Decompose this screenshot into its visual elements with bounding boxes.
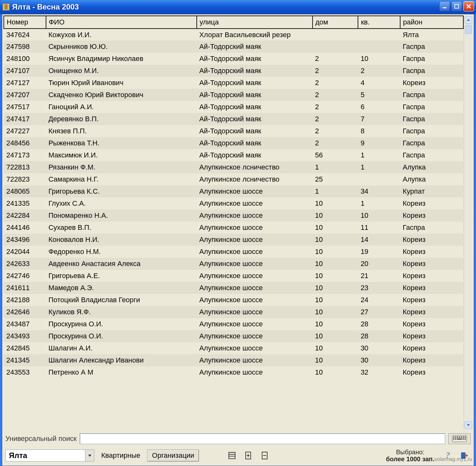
- cell-house[interactable]: 10: [313, 222, 358, 234]
- cell-fio[interactable]: Тюрин Юрий Иванович: [46, 77, 197, 89]
- cell-house[interactable]: 2: [313, 77, 358, 89]
- cell-district[interactable]: Кореиз: [400, 318, 463, 330]
- cell-fio[interactable]: Рязанкин Ф.М.: [46, 161, 197, 173]
- cell-house[interactable]: 2: [313, 113, 358, 125]
- cell-district[interactable]: Гаспра: [400, 101, 463, 113]
- cell-fio[interactable]: Онищенко М.И.: [46, 65, 197, 77]
- cell-district[interactable]: Гаспра: [400, 53, 463, 65]
- cell-fio[interactable]: Петренко А М: [46, 366, 197, 378]
- cell-fio[interactable]: Пономаренко Н.А.: [46, 210, 197, 222]
- cell-house[interactable]: 2: [313, 89, 358, 101]
- table-row[interactable]: 242845Шалагин А.И.Алупкинское шоссе1030К…: [4, 342, 463, 354]
- cell-house[interactable]: 25: [313, 173, 358, 185]
- table-row[interactable]: 247127Тюрин Юрий ИвановичАй-Тодорский ма…: [4, 77, 463, 89]
- table-row[interactable]: 242746Григорьева А.Е.Алупкинское шоссе10…: [4, 270, 463, 282]
- col-number[interactable]: Номер: [4, 16, 46, 29]
- cell-street[interactable]: Алупкинское шоссе: [197, 318, 313, 330]
- cell-apt[interactable]: 5: [358, 89, 400, 101]
- cell-apt[interactable]: [358, 29, 400, 41]
- table-row[interactable]: 244146Сухарев В.П.Алупкинское шоссе1011Г…: [4, 222, 463, 234]
- table-row[interactable]: 247598Скрынников Ю.Ю.Ай-Тодорский маякГа…: [4, 41, 463, 53]
- cell-street[interactable]: Алупкинское шоссе: [197, 234, 313, 246]
- cell-district[interactable]: Кореиз: [400, 306, 463, 318]
- cell-house[interactable]: 1: [313, 161, 358, 173]
- col-district[interactable]: район: [400, 16, 463, 29]
- list-view-button[interactable]: [226, 449, 238, 462]
- cell-street[interactable]: Алупкинское шоссе: [197, 366, 313, 378]
- cell-street[interactable]: Алупкинское шоссе: [197, 330, 313, 342]
- organizacii-button[interactable]: Организации: [147, 449, 199, 462]
- cell-house[interactable]: 10: [313, 342, 358, 354]
- cell-house[interactable]: 10: [313, 270, 358, 282]
- cell-house[interactable]: 10: [313, 306, 358, 318]
- table-row[interactable]: 243496Коновалов Н.И.Алупкинское шоссе101…: [4, 234, 463, 246]
- table-row[interactable]: 243553Петренко А МАлупкинское шоссе1032К…: [4, 366, 463, 378]
- cell-house[interactable]: 10: [313, 366, 358, 378]
- cell-num[interactable]: 242188: [4, 294, 46, 306]
- cell-apt[interactable]: 10: [358, 53, 400, 65]
- cell-fio[interactable]: Самаркина Н.Г.: [46, 173, 197, 185]
- cell-fio[interactable]: Шалагин А.И.: [46, 342, 197, 354]
- cell-num[interactable]: 247598: [4, 41, 46, 53]
- cell-house[interactable]: 56: [313, 149, 358, 161]
- cell-apt[interactable]: 2: [358, 65, 400, 77]
- cell-street[interactable]: Ай-Тодорский маяк: [197, 41, 313, 53]
- exit-button[interactable]: [458, 449, 471, 462]
- cell-fio[interactable]: Ясинчук Владимир Николаев: [46, 53, 197, 65]
- cell-fio[interactable]: Проскурина О.И.: [46, 330, 197, 342]
- cell-apt[interactable]: 23: [358, 282, 400, 294]
- cell-fio[interactable]: Скрынников Ю.Ю.: [46, 41, 197, 53]
- table-row[interactable]: 242188Потоцкий Владислав ГеоргиАлупкинск…: [4, 294, 463, 306]
- cell-house[interactable]: [313, 41, 358, 53]
- cell-street[interactable]: Алупкинское шоссе: [197, 222, 313, 234]
- cell-district[interactable]: Гаспра: [400, 65, 463, 77]
- cell-house[interactable]: [313, 29, 358, 41]
- cell-house[interactable]: 10: [313, 234, 358, 246]
- cell-street[interactable]: Ай-Тодорский маяк: [197, 89, 313, 101]
- cell-apt[interactable]: 1: [358, 161, 400, 173]
- cell-house[interactable]: 10: [313, 197, 358, 210]
- cell-district[interactable]: Алупка: [400, 161, 463, 173]
- city-combobox[interactable]: Ялта: [5, 449, 94, 462]
- cell-district[interactable]: Кореиз: [400, 282, 463, 294]
- onscreen-keyboard-button[interactable]: [448, 433, 471, 444]
- close-button[interactable]: [463, 1, 474, 11]
- cell-street[interactable]: Хлорат Васильевский резер: [197, 29, 313, 41]
- cell-district[interactable]: Гаспра: [400, 89, 463, 101]
- table-row[interactable]: 242633Авдеенко Анастасия АлексаАлупкинск…: [4, 258, 463, 270]
- cell-street[interactable]: Ай-Тодорский маяк: [197, 77, 313, 89]
- table-row[interactable]: 241345Шалагин Александр ИвановиАлупкинск…: [4, 354, 463, 366]
- cell-num[interactable]: 247227: [4, 125, 46, 137]
- table-row[interactable]: 722813Рязанкин Ф.М.Алупкинское лсничеств…: [4, 161, 463, 173]
- cell-house[interactable]: 10: [313, 210, 358, 222]
- cell-district[interactable]: Кореиз: [400, 354, 463, 366]
- cell-fio[interactable]: Сухарев В.П.: [46, 222, 197, 234]
- table-row[interactable]: 248065Григорьева К.С.Алупкинское шоссе13…: [4, 185, 463, 197]
- cell-apt[interactable]: 28: [358, 318, 400, 330]
- cell-num[interactable]: 248100: [4, 53, 46, 65]
- table-row[interactable]: 247207Скадченко Юрий ВикторовичАй-Тодорс…: [4, 89, 463, 101]
- cell-num[interactable]: 247207: [4, 89, 46, 101]
- cell-apt[interactable]: 7: [358, 113, 400, 125]
- table-row[interactable]: 247417Деревянко В.П.Ай-Тодорский маяк27Г…: [4, 113, 463, 125]
- cell-num[interactable]: 242646: [4, 306, 46, 318]
- cell-num[interactable]: 241345: [4, 354, 46, 366]
- kvartirnye-button[interactable]: Квартирные: [98, 449, 143, 462]
- chevron-down-icon[interactable]: [85, 450, 94, 461]
- cell-apt[interactable]: 14: [358, 234, 400, 246]
- cell-apt[interactable]: 24: [358, 294, 400, 306]
- col-street[interactable]: улица: [197, 16, 313, 29]
- cell-street[interactable]: Алупкинское лсничество: [197, 173, 313, 185]
- cell-apt[interactable]: 11: [358, 222, 400, 234]
- cell-house[interactable]: 10: [313, 282, 358, 294]
- cell-num[interactable]: 247517: [4, 101, 46, 113]
- cell-fio[interactable]: Коновалов Н.И.: [46, 234, 197, 246]
- data-table[interactable]: Номер ФИО улица дом кв. район 347624Кожу…: [3, 16, 464, 378]
- table-row[interactable]: 242284Пономаренко Н.А.Алупкинское шоссе1…: [4, 210, 463, 222]
- cell-district[interactable]: Кореиз: [400, 234, 463, 246]
- cell-district[interactable]: Кореиз: [400, 77, 463, 89]
- cell-apt[interactable]: [358, 41, 400, 53]
- cell-fio[interactable]: Куликов Я.Ф.: [46, 306, 197, 318]
- cell-street[interactable]: Ай-Тодорский маяк: [197, 125, 313, 137]
- cell-num[interactable]: 241611: [4, 282, 46, 294]
